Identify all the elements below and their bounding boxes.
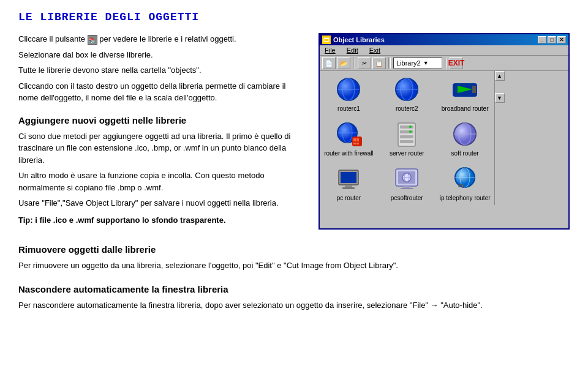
page-title: LE LIBRERIE DEGLI OGGETTI: [18, 11, 570, 23]
pc-router-icon: [334, 164, 363, 193]
pc-label: pc router: [337, 195, 361, 201]
window-menubar: File Edit Exit: [320, 45, 568, 56]
svg-rect-20: [400, 140, 413, 143]
ip-telephony-icon: [450, 164, 480, 193]
menu-exit[interactable]: Exit: [367, 46, 383, 54]
section-add-para2: Un altro modo è usare la funzione copia …: [18, 170, 306, 193]
toolbar-new-btn[interactable]: 📄: [322, 57, 336, 69]
window-body: routerc1 routerc2: [320, 71, 568, 205]
svg-rect-28: [345, 185, 352, 187]
intro-para2: Selezionare dal box le diverse librerie.: [18, 49, 306, 61]
section-remove: Rimuovere oggetti dalle librerie Per rim…: [18, 244, 570, 272]
window-title-text: Object Libraries: [333, 36, 385, 43]
firewall-icon: [334, 119, 363, 149]
pcsoftrouter-label: pcsoftrouter: [391, 195, 423, 201]
maximize-button[interactable]: □: [548, 36, 556, 43]
routerc1-label: routerc1: [337, 105, 360, 112]
main-sections: Rimuovere oggetti dalle librerie Per rim…: [18, 244, 570, 311]
svg-point-22: [409, 130, 412, 133]
toolbar-cut-btn[interactable]: ✂: [358, 57, 371, 69]
window-toolbar: 📄 📂 ✂ 📋 Library2 ▼ EXIT: [320, 56, 568, 71]
svg-rect-29: [342, 187, 355, 189]
close-button[interactable]: ✕: [557, 36, 566, 43]
window-icon: 🗃: [322, 36, 331, 44]
ip-telephony-label: ip telephony router: [440, 195, 491, 201]
library-dropdown-value: Library2: [396, 59, 421, 67]
broadband-icon: [450, 75, 480, 104]
tip-text: Tip: i file .ico e .wmf supportano lo sf…: [18, 214, 306, 226]
section-hide: Nascondere automaticamente la finestra l…: [18, 284, 570, 312]
pcsoftrouter-icon: [392, 164, 421, 193]
objects-grid: routerc1 routerc2: [320, 71, 494, 205]
obj-routerc1: routerc1: [322, 73, 375, 113]
obj-soft: soft router: [439, 118, 492, 158]
section-remove-heading: Rimuovere oggetti dalle librerie: [18, 244, 570, 255]
tip-label: Tip: i file .ico e .wmf supportano lo sf…: [18, 215, 226, 225]
window-controls: _ □ ✕: [538, 36, 566, 43]
window-title-area: 🗃 Object Libraries: [322, 36, 385, 44]
routerc2-icon: [392, 75, 421, 104]
svg-rect-19: [400, 135, 413, 138]
menu-file[interactable]: File: [322, 46, 338, 54]
toolbar-sep3: [445, 58, 447, 69]
toolbar-exit-btn[interactable]: EXIT: [450, 57, 463, 69]
window-scrollbar[interactable]: ▲ ▼: [494, 71, 504, 205]
toolbar-open-btn[interactable]: 📂: [337, 57, 350, 69]
server-label: server router: [390, 150, 424, 157]
section-hide-para1: Per nascondere automaticamente la finest…: [18, 299, 570, 312]
section-hide-heading: Nascondere automaticamente la finestra l…: [18, 284, 570, 294]
obj-ip-telephony: ip telephony router: [439, 163, 492, 203]
svg-rect-27: [341, 172, 356, 183]
section-remove-para1: Per rimuovere un oggetto da una libreria…: [18, 260, 570, 272]
svg-rect-35: [403, 186, 410, 188]
soft-router-icon: [450, 119, 480, 149]
intro-para1: Cliccare il pulsante 📚 per vedere le lib…: [18, 33, 306, 45]
toolbar-sep1: [353, 58, 355, 69]
section-add-para3: Usare "File","Save Object Library" per s…: [18, 197, 306, 209]
obj-pc: pc router: [322, 163, 375, 203]
minimize-button[interactable]: _: [538, 36, 546, 43]
server-icon: [392, 119, 421, 149]
section-add-heading: Aggiungere nuovi oggetti nelle librerie: [18, 115, 306, 125]
intro-para3: Tutte le librerie devono stare nella car…: [18, 64, 306, 77]
obj-pcsoftrouter: pcsoftrouter: [380, 163, 434, 203]
obj-firewall: router with firewall: [322, 118, 375, 158]
routerc2-label: routerc2: [396, 105, 418, 112]
firewall-label: router with firewall: [324, 150, 374, 157]
routerc1-icon: [334, 75, 363, 104]
svg-rect-36: [401, 188, 413, 189]
window-titlebar: 🗃 Object Libraries _ □ ✕: [320, 34, 568, 45]
library-dropdown[interactable]: Library2 ▼: [393, 58, 442, 69]
menu-edit[interactable]: Edit: [344, 46, 361, 54]
toolbar-sep2: [388, 58, 391, 69]
section-add-para1: Ci sono due metodi per aggiungere oggett…: [18, 130, 306, 166]
svg-rect-15: [353, 141, 359, 143]
obj-broadband: broadband router: [439, 73, 492, 113]
intro-para4: Cliccando con il tasto destro un oggetto…: [18, 80, 306, 104]
svg-point-21: [409, 125, 412, 128]
dropdown-arrow-icon: ▼: [423, 60, 429, 66]
obj-routerc2: routerc2: [380, 73, 434, 113]
object-libraries-window: 🗃 Object Libraries _ □ ✕ File Edit Exit …: [318, 33, 570, 230]
obj-server: server router: [380, 118, 434, 158]
broadband-label: broadband router: [442, 105, 489, 112]
svg-rect-8: [472, 86, 476, 93]
soft-label: soft router: [451, 150, 479, 157]
toolbar-copy-btn[interactable]: 📋: [372, 57, 386, 69]
